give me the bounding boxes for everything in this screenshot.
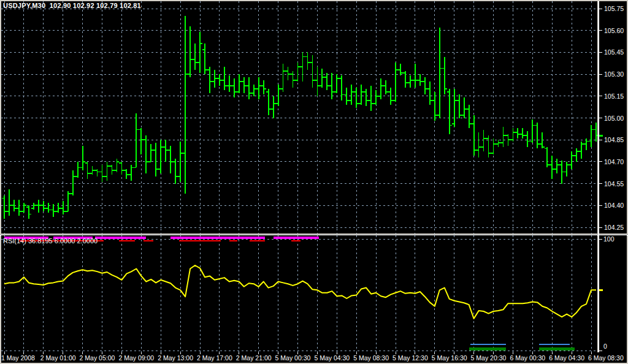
time-axis-label: 5 May 20:30 xyxy=(471,354,507,362)
time-axis-label: 2 May 17:00 xyxy=(197,354,232,362)
time-axis-label: 5 May 16:30 xyxy=(432,354,467,362)
price-axis-label: 104.85 xyxy=(604,136,624,143)
time-axis-label: 5 May 08:30 xyxy=(353,354,389,362)
price-axis-label: 105.15 xyxy=(604,93,624,100)
time-axis-label: 5 May 00:30 xyxy=(275,354,311,362)
chart-title: USDJPY,M30 102.90 102.92 102.79 102.81 xyxy=(3,2,141,9)
time-axis-label: 6 May 08:30 xyxy=(588,354,624,362)
price-grid xyxy=(1,1,597,233)
time-axis-label: 2 May 13:00 xyxy=(158,354,193,362)
price-chart-canvas[interactable] xyxy=(1,1,597,233)
time-axis-label: 5 May 04:30 xyxy=(314,354,350,362)
rsi-line xyxy=(4,265,596,319)
price-axis[interactable]: 105.75105.60105.45105.30105.15105.00104.… xyxy=(599,1,627,233)
rsi-chart-canvas[interactable] xyxy=(1,235,597,352)
time-axis-label: 2 May 09:00 xyxy=(118,354,154,362)
rsi-axis-label-0: 0 xyxy=(603,343,607,350)
rsi-signal-marks xyxy=(4,238,575,349)
time-axis-label: 5 May 12:30 xyxy=(392,354,428,362)
time-axis-label: 2 May 21:00 xyxy=(236,354,272,362)
price-axis-label: 105.75 xyxy=(604,5,624,12)
price-axis-label: 105.30 xyxy=(604,70,624,78)
time-axis-label: 6 May 04:30 xyxy=(549,354,584,362)
price-axis-label: 105.00 xyxy=(604,115,624,122)
time-axis-label: 2 May 05:00 xyxy=(80,354,115,362)
time-axis[interactable]: 1 May 20082 May 01:002 May 05:002 May 09… xyxy=(1,352,627,363)
chart-window: USDJPY,M30 102.90 102.92 102.79 102.81 R… xyxy=(0,0,628,364)
price-axis-label: 105.60 xyxy=(604,27,624,34)
rsi-indicator-pane[interactable]: RSI(14) 36.8195 6.0000 2.0000 xyxy=(1,235,597,352)
axis-separator xyxy=(598,1,599,352)
rsi-indicator-label: RSI(14) 36.8195 6.0000 2.0000 xyxy=(3,237,98,245)
rsi-axis[interactable]: 1000 xyxy=(599,235,627,352)
price-axis-label: 104.25 xyxy=(604,224,624,231)
ohlc-bars-layer xyxy=(2,16,597,219)
time-axis-label: 1 May 2008 xyxy=(1,354,35,362)
price-axis-label: 105.45 xyxy=(604,48,624,56)
price-chart-pane[interactable]: USDJPY,M30 102.90 102.92 102.79 102.81 xyxy=(1,1,597,233)
price-axis-label: 104.55 xyxy=(604,180,624,188)
price-axis-label: 104.70 xyxy=(604,158,624,165)
rsi-axis-label-100: 100 xyxy=(603,235,615,243)
price-axis-label: 104.40 xyxy=(604,202,624,209)
rsi-grid xyxy=(1,235,597,352)
time-axis-label: 6 May 00:30 xyxy=(510,354,545,362)
time-axis-label: 2 May 01:00 xyxy=(40,354,76,362)
rsi-axis-ticks xyxy=(599,235,627,352)
